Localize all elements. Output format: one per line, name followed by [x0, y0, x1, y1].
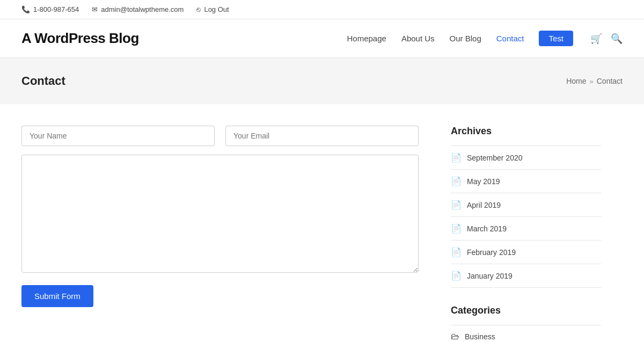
doc-icon: 📄 — [451, 223, 462, 234]
list-item[interactable]: 📄 January 2019 — [451, 264, 601, 288]
contact-form-area: Submit Form — [21, 126, 419, 342]
list-item[interactable]: 📄 May 2019 — [451, 170, 601, 193]
breadcrumb-separator: » — [590, 77, 594, 85]
archive-item-label: May 2019 — [467, 177, 500, 186]
main-content: Submit Form Archives 📄 September 2020 📄 … — [0, 104, 623, 342]
phone-item: 📞 1-800-987-654 — [21, 5, 79, 13]
doc-icon: 📄 — [451, 152, 462, 163]
archives-title: Archives — [451, 126, 601, 137]
nav-about-us[interactable]: About Us — [401, 34, 435, 43]
cart-icon[interactable]: 🛒 — [590, 33, 602, 45]
archive-item-label: February 2019 — [467, 248, 516, 257]
archive-item-label: March 2019 — [467, 224, 507, 233]
category-item-label: Business — [465, 332, 495, 341]
nav-our-blog[interactable]: Our Blog — [450, 34, 481, 43]
doc-icon: 📄 — [451, 200, 462, 210]
top-bar: 📞 1-800-987-654 ✉ admin@totalwptheme.com… — [0, 0, 644, 19]
search-icon[interactable]: 🔍 — [611, 33, 623, 45]
doc-icon: 📄 — [451, 176, 462, 186]
breadcrumb-current: Contact — [597, 77, 623, 85]
name-input[interactable] — [21, 126, 215, 146]
form-row-top — [21, 126, 419, 146]
email-icon: ✉ — [92, 5, 98, 13]
nav-homepage[interactable]: Homepage — [347, 34, 386, 43]
list-item[interactable]: 📄 April 2019 — [451, 193, 601, 217]
nav-contact[interactable]: Contact — [496, 34, 524, 43]
categories-section: Categories 🗁 Business — [451, 305, 601, 342]
site-title[interactable]: A WordPress Blog — [21, 30, 139, 47]
submit-button[interactable]: Submit Form — [21, 285, 93, 307]
breadcrumb-home[interactable]: Home — [566, 77, 586, 85]
logout-icon: ⎋ — [196, 5, 201, 13]
archives-list: 📄 September 2020 📄 May 2019 📄 April 2019… — [451, 145, 601, 288]
folder-icon: 🗁 — [451, 332, 459, 341]
header: A WordPress Blog Homepage About Us Our B… — [0, 19, 644, 58]
doc-icon: 📄 — [451, 247, 462, 257]
archive-item-label: April 2019 — [467, 201, 501, 209]
list-item[interactable]: 📄 September 2020 — [451, 146, 601, 170]
phone-icon: 📞 — [21, 5, 30, 13]
archive-item-label: January 2019 — [467, 272, 513, 280]
page-title: Contact — [21, 74, 65, 88]
email-item: ✉ admin@totalwptheme.com — [92, 5, 184, 13]
nav-icons: 🛒 🔍 — [590, 33, 623, 45]
page-title-bar: Contact Home » Contact — [0, 58, 644, 104]
categories-title: Categories — [451, 305, 601, 316]
main-nav: Homepage About Us Our Blog Contact Test … — [347, 31, 623, 46]
breadcrumb: Home » Contact — [566, 77, 623, 85]
nav-test-button[interactable]: Test — [539, 31, 573, 46]
email-address: admin@totalwptheme.com — [101, 5, 184, 13]
logout-item[interactable]: ⎋ Log Out — [196, 5, 229, 13]
email-input[interactable] — [225, 126, 419, 146]
doc-icon: 📄 — [451, 271, 462, 281]
list-item[interactable]: 🗁 Business — [451, 325, 601, 342]
phone-number: 1-800-987-654 — [33, 5, 79, 13]
sidebar: Archives 📄 September 2020 📄 May 2019 📄 A… — [451, 126, 601, 342]
archives-section: Archives 📄 September 2020 📄 May 2019 📄 A… — [451, 126, 601, 288]
message-textarea[interactable] — [21, 155, 419, 273]
logout-label[interactable]: Log Out — [204, 5, 229, 13]
list-item[interactable]: 📄 March 2019 — [451, 217, 601, 241]
categories-list: 🗁 Business — [451, 325, 601, 342]
archive-item-label: September 2020 — [467, 154, 523, 162]
list-item[interactable]: 📄 February 2019 — [451, 241, 601, 264]
